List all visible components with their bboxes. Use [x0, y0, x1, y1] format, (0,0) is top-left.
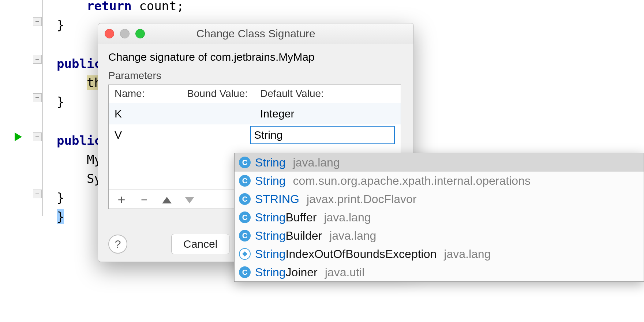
move-down-button[interactable] — [183, 192, 196, 206]
svg-marker-0 — [162, 197, 172, 203]
move-up-button[interactable] — [161, 192, 173, 206]
ac-item[interactable]: C String java.lang — [235, 153, 644, 172]
add-button[interactable]: ＋ — [115, 191, 128, 208]
ac-item[interactable]: C StringBuilder java.lang — [235, 226, 644, 245]
ac-item[interactable]: C String com.sun.org.apache.xpath.intern… — [235, 172, 644, 190]
fold-marker-icon[interactable] — [33, 190, 42, 198]
column-default-header: Default Value: — [254, 85, 401, 103]
run-arrow-icon[interactable] — [15, 132, 22, 141]
param-default-cell[interactable] — [246, 123, 401, 147]
class-icon: C — [239, 175, 251, 187]
ac-package: com.sun.org.apache.xpath.internal.operat… — [293, 174, 531, 188]
code-line: } — [57, 15, 64, 34]
cancel-button[interactable]: Cancel — [171, 234, 229, 254]
param-bound-cell[interactable] — [181, 111, 254, 117]
ac-package: java.lang — [324, 211, 371, 224]
code-line: public — [57, 54, 102, 73]
code-line: } — [57, 188, 64, 207]
param-bound-cell[interactable] — [177, 132, 246, 138]
help-button[interactable]: ? — [108, 235, 127, 254]
parameters-section-label: Parameters — [108, 70, 403, 82]
class-icon: C — [239, 211, 251, 223]
table-row[interactable]: K Integer — [109, 103, 401, 124]
code-line: public — [57, 131, 102, 150]
ac-item[interactable]: C StringJoiner java.util — [235, 263, 644, 281]
default-value-input[interactable] — [250, 126, 395, 144]
param-name-cell[interactable]: V — [109, 126, 177, 144]
code-line: th — [57, 73, 102, 92]
class-icon: C — [239, 266, 251, 278]
close-icon[interactable] — [105, 29, 114, 38]
code-line: My — [57, 150, 102, 169]
exception-class-icon — [239, 248, 251, 260]
column-name-header: Name: — [109, 85, 181, 103]
ac-package: java.lang — [293, 156, 340, 169]
remove-button[interactable]: － — [138, 191, 150, 208]
ac-package: javax.print.DocFlavor — [307, 192, 417, 206]
dialog-title: Change Class Signature — [98, 27, 413, 40]
code-line: } — [57, 92, 64, 111]
ac-item[interactable]: C StringBuffer java.lang — [235, 208, 644, 226]
param-name-cell[interactable]: K — [109, 105, 181, 123]
ac-package: java.lang — [329, 229, 376, 243]
autocomplete-popup: C String java.lang C String com.sun.org.… — [234, 153, 644, 282]
code-line: } — [57, 207, 64, 226]
ac-package: java.lang — [444, 247, 491, 261]
fold-marker-icon[interactable] — [33, 17, 42, 26]
minimize-icon — [120, 29, 130, 38]
ac-package: java.util — [325, 266, 365, 279]
column-bound-header: Bound Value: — [181, 85, 254, 103]
table-row[interactable]: V — [109, 124, 401, 146]
fold-marker-icon[interactable] — [33, 55, 42, 64]
fold-marker-icon[interactable] — [33, 93, 42, 102]
class-icon: C — [239, 157, 251, 168]
code-line: Sy — [57, 169, 102, 188]
dialog-titlebar[interactable]: Change Class Signature — [98, 23, 413, 44]
svg-marker-1 — [185, 197, 194, 203]
class-icon: C — [239, 230, 251, 242]
class-icon: C — [239, 193, 251, 205]
ac-item[interactable]: StringIndexOutOfBoundsException java.lan… — [235, 245, 644, 263]
code-line: return count; — [57, 0, 184, 15]
ac-item[interactable]: C STRING javax.print.DocFlavor — [235, 190, 644, 208]
gutter — [15, 0, 44, 322]
maximize-icon[interactable] — [135, 29, 145, 38]
dialog-subheader: Change signature of com.jetbrains.MyMap — [108, 51, 403, 63]
param-default-cell[interactable]: Integer — [254, 105, 401, 123]
fold-marker-icon[interactable] — [33, 132, 42, 141]
